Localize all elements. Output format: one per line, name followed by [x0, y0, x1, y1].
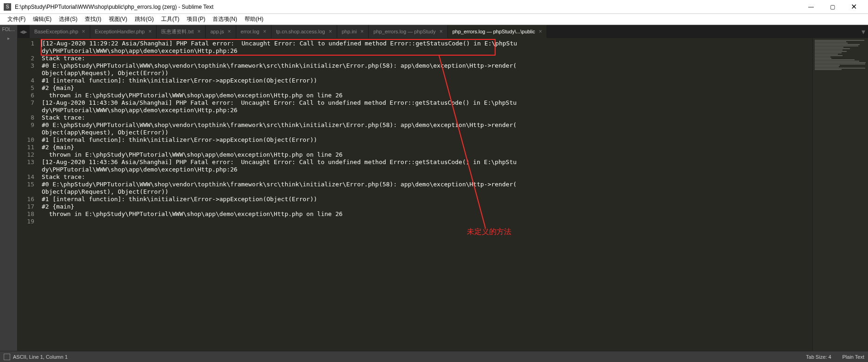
- status-position[interactable]: ASCII, Line 1, Column 1: [13, 354, 68, 360]
- tab-close-icon[interactable]: ×: [148, 28, 151, 35]
- tab-close-icon[interactable]: ×: [329, 28, 332, 35]
- code-line: thrown in E:\phpStudy\PHPTutorial\WWW\sh…: [42, 151, 812, 159]
- code-line: [42, 218, 812, 225]
- close-button[interactable]: ✕: [843, 0, 864, 14]
- code-line: dy\PHPTutorial\WWW\shop\app\demo\excepti…: [42, 47, 812, 55]
- tab-2[interactable]: 医患通资料.txt×: [157, 25, 206, 38]
- code-line: #2 {main}: [42, 203, 812, 210]
- tab-close-icon[interactable]: ×: [440, 28, 443, 35]
- tab-close-icon[interactable]: ×: [82, 28, 85, 35]
- tab-1[interactable]: ExceptionHandler.php×: [90, 25, 157, 38]
- tab-label: php_errors.log — phpStudy: [373, 29, 436, 34]
- code-line: [12-Aug-2020 11:43:36 Asia/Shanghai] PHP…: [42, 159, 812, 166]
- folder-collapse-icon[interactable]: ▸: [0, 36, 17, 41]
- menu-edit[interactable]: 编辑(E): [29, 15, 55, 23]
- code-line: Stack trace:: [42, 114, 812, 121]
- code-line: Object(app\Request), Object(Error)): [42, 188, 812, 196]
- menu-file[interactable]: 文件(F): [4, 15, 29, 23]
- tab-label: app.js: [210, 29, 224, 34]
- tab-label: 医患通资料.txt: [161, 28, 194, 35]
- status-tab-size[interactable]: Tab Size: 4: [806, 354, 831, 360]
- menubar: 文件(F) 编辑(E) 选择(S) 查找(I) 视图(V) 跳转(G) 工具(T…: [0, 14, 868, 25]
- code-line: #0 E:\phpStudy\PHPTutorial\WWW\shop\vend…: [42, 121, 812, 129]
- maximize-button[interactable]: ▢: [822, 0, 843, 14]
- tab-5[interactable]: tp.cn.shop.access.log×: [271, 25, 337, 38]
- status-panel-icon[interactable]: [4, 354, 10, 360]
- tab-label: ExceptionHandler.php: [95, 29, 145, 34]
- code-line: Stack trace:: [42, 55, 812, 62]
- tab-close-icon[interactable]: ×: [197, 28, 201, 35]
- menu-view[interactable]: 视图(V): [105, 15, 131, 23]
- tab-7[interactable]: php_errors.log — phpStudy×: [369, 25, 448, 38]
- tab-label: tp.cn.shop.access.log: [276, 29, 325, 34]
- line-gutter: 12345678910111213141516171819: [18, 38, 39, 351]
- minimap[interactable]: [812, 38, 868, 351]
- code-line: #1 [internal function]: think\initialize…: [42, 77, 812, 84]
- tab-label: BaseException.php: [34, 29, 78, 34]
- code-line: Stack trace:: [42, 173, 812, 181]
- menu-tools[interactable]: 工具(T): [157, 15, 183, 23]
- code-line: #2 {main}: [42, 144, 812, 151]
- code-line: thrown in E:\phpStudy\PHPTutorial\WWW\sh…: [42, 210, 812, 218]
- annotation-label: 未定义的方法: [467, 227, 511, 237]
- tab-4[interactable]: error.log×: [236, 25, 271, 38]
- code-line: [12-Aug-2020 11:43:30 Asia/Shanghai] PHP…: [42, 99, 812, 107]
- tab-close-icon[interactable]: ×: [539, 28, 542, 35]
- folders-label: FOL...: [0, 25, 17, 34]
- tab-label: php.ini: [342, 29, 357, 34]
- tab-close-icon[interactable]: ×: [228, 28, 231, 35]
- code-area[interactable]: [12-Aug-2020 11:29:22 Asia/Shanghai] PHP…: [39, 38, 812, 351]
- statusbar: ASCII, Line 1, Column 1 Tab Size: 4 Plai…: [0, 351, 868, 362]
- code-line: #2 {main}: [42, 84, 812, 92]
- tab-dropdown-icon[interactable]: ▾: [859, 25, 868, 38]
- menu-help[interactable]: 帮助(H): [241, 15, 267, 23]
- tab-close-icon[interactable]: ×: [360, 28, 364, 35]
- window-title: E:\phpStudy\PHPTutorial\WWW\shop\public\…: [15, 4, 800, 10]
- code-line: #0 E:\phpStudy\PHPTutorial\WWW\shop\vend…: [42, 62, 812, 70]
- menu-preferences[interactable]: 首选项(N): [209, 15, 241, 23]
- menu-find[interactable]: 查找(I): [81, 15, 105, 23]
- tab-label: php_errors.log — phpStudy\...\public: [453, 29, 535, 34]
- code-line: dy\PHPTutorial\WWW\shop\app\demo\excepti…: [42, 107, 812, 114]
- titlebar: S E:\phpStudy\PHPTutorial\WWW\shop\publi…: [0, 0, 868, 14]
- code-line: thrown in E:\phpStudy\PHPTutorial\WWW\sh…: [42, 92, 812, 99]
- sidebar[interactable]: FOL... ▸: [0, 25, 18, 351]
- main-area: FOL... ▸ ◀▶ BaseException.php×ExceptionH…: [0, 25, 868, 351]
- app-icon: S: [4, 3, 11, 11]
- code-line: [12-Aug-2020 11:29:22 Asia/Shanghai] PHP…: [42, 40, 812, 47]
- menu-goto[interactable]: 跳转(G): [131, 15, 157, 23]
- window-controls: — ▢ ✕: [800, 0, 864, 14]
- code-line: dy\PHPTutorial\WWW\shop\app\demo\excepti…: [42, 166, 812, 173]
- status-syntax[interactable]: Plain Text: [843, 354, 865, 360]
- tab-0[interactable]: BaseException.php×: [30, 25, 90, 38]
- tabbar: ◀▶ BaseException.php×ExceptionHandler.ph…: [18, 25, 868, 38]
- minimize-button[interactable]: —: [800, 0, 822, 14]
- tab-8[interactable]: php_errors.log — phpStudy\...\public×: [448, 25, 547, 38]
- code-line: Object(app\Request), Object(Error)): [42, 129, 812, 136]
- tab-6[interactable]: php.ini×: [337, 25, 369, 38]
- tab-close-icon[interactable]: ×: [263, 28, 266, 35]
- tab-3[interactable]: app.js×: [206, 25, 236, 38]
- code-line: #1 [internal function]: think\initialize…: [42, 196, 812, 203]
- editor-container: ◀▶ BaseException.php×ExceptionHandler.ph…: [18, 25, 868, 351]
- menu-select[interactable]: 选择(S): [55, 15, 81, 23]
- tab-label: error.log: [241, 29, 259, 34]
- tab-scroll-left-icon[interactable]: ◀▶: [18, 25, 30, 38]
- menu-project[interactable]: 项目(P): [183, 15, 209, 23]
- code-line: #0 E:\phpStudy\PHPTutorial\WWW\shop\vend…: [42, 181, 812, 188]
- code-line: #1 [internal function]: think\initialize…: [42, 136, 812, 144]
- editor-body[interactable]: 12345678910111213141516171819 [12-Aug-20…: [18, 38, 868, 351]
- code-line: Object(app\Request), Object(Error)): [42, 70, 812, 77]
